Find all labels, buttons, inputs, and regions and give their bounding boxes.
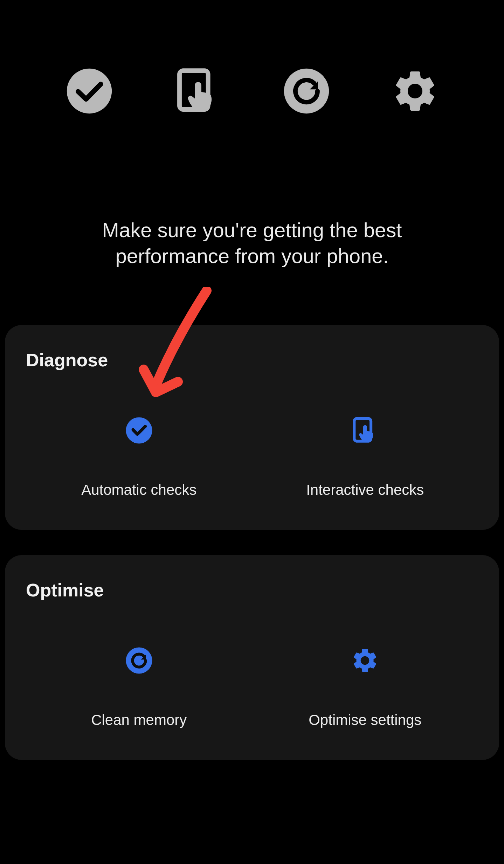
- interactive-checks-icon: [351, 416, 379, 445]
- optimise-settings-label: Optimise settings: [309, 712, 421, 728]
- restart-circle-icon: [282, 67, 331, 116]
- hero-line-2: performance from your phone.: [14, 243, 490, 269]
- svg-point-2: [284, 69, 329, 113]
- clean-memory-tile[interactable]: Clean memory: [26, 646, 252, 728]
- top-icon-row: [0, 0, 504, 116]
- optimise-card: Optimise Clean memory Opti: [5, 555, 499, 760]
- interactive-checks-label: Interactive checks: [306, 482, 424, 498]
- hero-line-1: Make sure you're getting the best: [14, 217, 490, 243]
- automatic-checks-tile[interactable]: Automatic checks: [26, 416, 252, 498]
- optimise-settings-tile[interactable]: Optimise settings: [252, 646, 478, 728]
- automatic-checks-label: Automatic checks: [81, 482, 196, 498]
- touch-screen-icon: [173, 67, 222, 116]
- hero-text: Make sure you're getting the best perfor…: [0, 217, 504, 269]
- interactive-checks-tile[interactable]: Interactive checks: [252, 416, 478, 498]
- diagnose-title: Diagnose: [26, 350, 478, 371]
- gear-icon: [391, 67, 440, 116]
- optimise-settings-icon: [351, 646, 379, 675]
- diagnose-card: Diagnose Automatic checks: [5, 325, 499, 530]
- clean-memory-label: Clean memory: [91, 712, 187, 728]
- optimise-title: Optimise: [26, 580, 478, 601]
- svg-point-5: [126, 648, 152, 674]
- svg-point-0: [67, 69, 111, 113]
- check-circle-icon: [65, 67, 114, 116]
- automatic-checks-icon: [125, 416, 153, 445]
- clean-memory-icon: [125, 646, 153, 675]
